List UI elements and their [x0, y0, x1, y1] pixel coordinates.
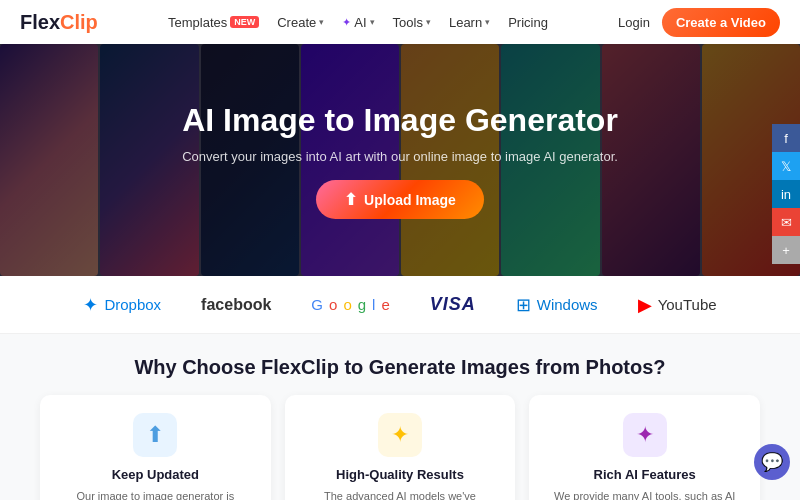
brand-windows: ⊞ Windows [516, 294, 598, 316]
chevron-down-icon: ▾ [485, 17, 490, 27]
windows-icon: ⊞ [516, 294, 531, 316]
ai-star-icon: ✦ [342, 16, 351, 29]
social-sidebar: f 𝕏 in ✉ + [772, 124, 800, 264]
high-quality-icon: ✦ [378, 413, 422, 457]
brand-visa: VISA [430, 294, 476, 315]
chevron-down-icon: ▾ [370, 17, 375, 27]
nav-links: Templates NEW Create ▾ ✦ AI ▾ Tools ▾ Le… [168, 15, 548, 30]
chevron-down-icon: ▾ [319, 17, 324, 27]
rich-ai-icon: ✦ [623, 413, 667, 457]
twitter-share-button[interactable]: 𝕏 [772, 152, 800, 180]
hero-section: AI Image to Image Generator Convert your… [0, 44, 800, 276]
email-share-button[interactable]: ✉ [772, 208, 800, 236]
brand-google: Google [311, 296, 389, 313]
chat-bubble-button[interactable]: 💬 [754, 444, 790, 480]
why-section: Why Choose FlexClip to Generate Images f… [0, 334, 800, 500]
logo-text: FlexClip [20, 11, 98, 34]
youtube-icon: ▶ [638, 294, 652, 316]
login-button[interactable]: Login [618, 15, 650, 30]
nav-pricing[interactable]: Pricing [508, 15, 548, 30]
card-rich-ai: ✦ Rich AI Features We provide many AI to… [529, 395, 760, 500]
visa-label: VISA [430, 294, 476, 315]
why-title: Why Choose FlexClip to Generate Images f… [40, 356, 760, 379]
youtube-label: YouTube [658, 296, 717, 313]
dropbox-icon: ✦ [83, 294, 98, 316]
create-video-button[interactable]: Create a Video [662, 8, 780, 37]
windows-label: Windows [537, 296, 598, 313]
nav-actions: Login Create a Video [618, 8, 780, 37]
upload-image-button[interactable]: ⬆ Upload Image [316, 180, 484, 219]
keep-updated-desc: Our image to image generator is regularl… [56, 488, 255, 500]
card-high-quality: ✦ High-Quality Results The advanced AI m… [285, 395, 516, 500]
high-quality-title: High-Quality Results [301, 467, 500, 482]
feature-cards: ⬆ Keep Updated Our image to image genera… [40, 395, 760, 500]
card-keep-updated: ⬆ Keep Updated Our image to image genera… [40, 395, 271, 500]
keep-updated-title: Keep Updated [56, 467, 255, 482]
brand-youtube: ▶ YouTube [638, 294, 717, 316]
more-share-button[interactable]: + [772, 236, 800, 264]
linkedin-share-button[interactable]: in [772, 180, 800, 208]
facebook-share-button[interactable]: f [772, 124, 800, 152]
dropbox-label: Dropbox [104, 296, 161, 313]
hero-content: AI Image to Image Generator Convert your… [0, 44, 800, 276]
navbar: FlexClip Templates NEW Create ▾ ✦ AI ▾ T… [0, 0, 800, 44]
facebook-label: facebook [201, 296, 271, 314]
nav-create[interactable]: Create ▾ [277, 15, 324, 30]
rich-ai-title: Rich AI Features [545, 467, 744, 482]
hero-title: AI Image to Image Generator [182, 101, 618, 139]
brand-dropbox: ✦ Dropbox [83, 294, 161, 316]
hero-subtitle: Convert your images into AI art with our… [182, 149, 618, 164]
high-quality-desc: The advanced AI models we've implemented… [301, 488, 500, 500]
nav-tools[interactable]: Tools ▾ [393, 15, 431, 30]
upload-icon: ⬆ [344, 190, 357, 209]
brand-facebook: facebook [201, 296, 271, 314]
brands-strip: ✦ Dropbox facebook Google VISA ⊞ Windows… [0, 276, 800, 334]
new-badge: NEW [230, 16, 259, 28]
nav-templates[interactable]: Templates NEW [168, 15, 259, 30]
keep-updated-icon: ⬆ [133, 413, 177, 457]
nav-ai[interactable]: ✦ AI ▾ [342, 15, 374, 30]
chevron-down-icon: ▾ [426, 17, 431, 27]
rich-ai-desc: We provide many AI tools, such as AI tex… [545, 488, 744, 500]
nav-learn[interactable]: Learn ▾ [449, 15, 490, 30]
logo[interactable]: FlexClip [20, 11, 98, 34]
